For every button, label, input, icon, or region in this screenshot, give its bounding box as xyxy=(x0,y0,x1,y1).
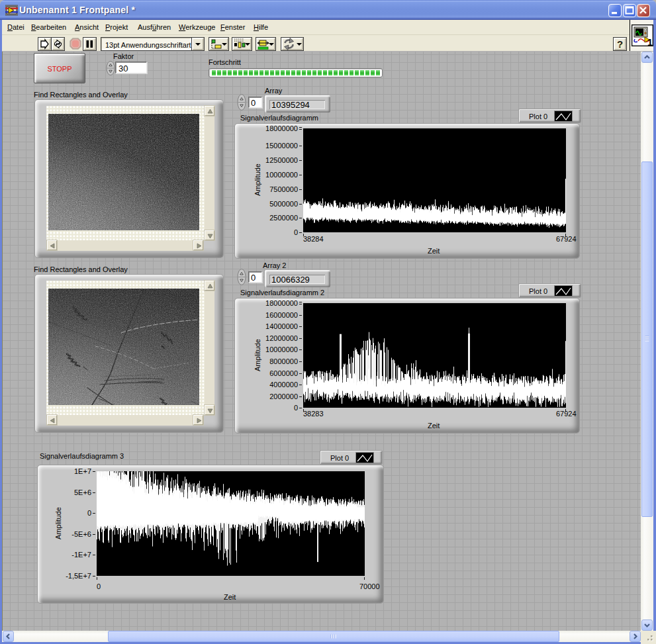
svg-text:1: 1 xyxy=(647,37,653,46)
